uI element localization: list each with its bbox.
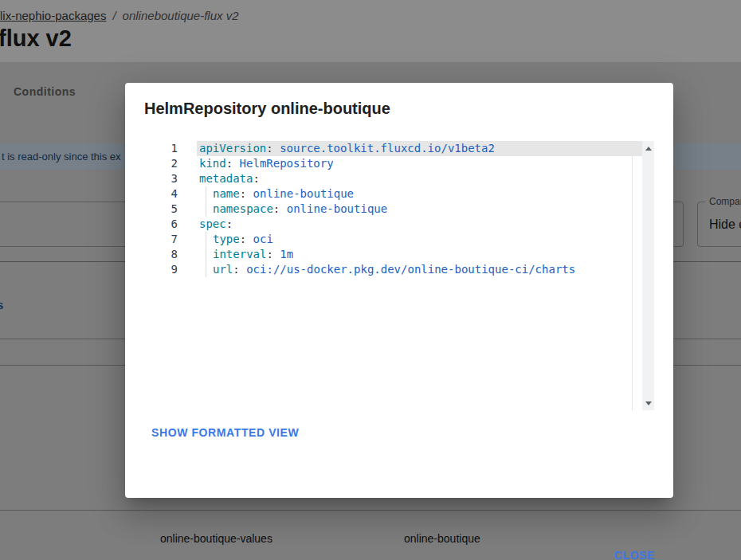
line-number: 3 [144, 171, 178, 186]
yaml-code-editor[interactable]: 1apiVersion: source.toolkit.fluxcd.io/v1… [144, 141, 654, 410]
line-number: 2 [144, 156, 178, 171]
indent-guide [199, 186, 213, 202]
screen: lix-nephio-packages/onlineboutique-flux … [0, 0, 741, 560]
triangle-up-icon [645, 147, 652, 151]
line-number: 4 [144, 186, 178, 202]
line-number: 8 [144, 247, 178, 262]
resource-yaml-dialog: HelmRepository online-boutique 1apiVersi… [125, 83, 673, 498]
indent-guide [199, 232, 213, 247]
triangle-down-icon [645, 401, 652, 405]
code-lines: 1apiVersion: source.toolkit.fluxcd.io/v1… [144, 141, 654, 410]
scroll-down-arrow-icon[interactable] [642, 397, 654, 409]
editor-vertical-scrollbar[interactable] [642, 141, 654, 410]
line-number: 5 [144, 202, 178, 217]
close-button[interactable]: CLOSE [608, 544, 661, 560]
code-line: 4name: online-boutique [144, 186, 654, 202]
code-line: 2kind: HelmRepository [144, 156, 654, 171]
code-line: 1apiVersion: source.toolkit.fluxcd.io/v1… [144, 141, 654, 156]
indent-guide [199, 247, 213, 262]
line-number: 9 [144, 262, 178, 277]
indent-guide [199, 202, 213, 217]
code-line: 5namespace: online-boutique [144, 202, 654, 217]
line-number: 6 [144, 217, 178, 232]
line-number: 1 [144, 141, 178, 156]
line-number: 7 [144, 232, 178, 247]
code-line: 6spec: [144, 217, 654, 232]
show-formatted-view-button[interactable]: SHOW FORMATTED VIEW [145, 421, 305, 444]
scroll-up-arrow-icon[interactable] [642, 143, 654, 154]
indent-guide [199, 262, 213, 277]
code-line: 3metadata: [144, 171, 654, 186]
code-line: 8interval: 1m [144, 247, 654, 262]
dialog-title: HelmRepository online-boutique [144, 99, 390, 118]
code-line: 9url: oci://us-docker.pkg.dev/online-bou… [144, 262, 654, 277]
code-line: 7type: oci [144, 232, 654, 247]
